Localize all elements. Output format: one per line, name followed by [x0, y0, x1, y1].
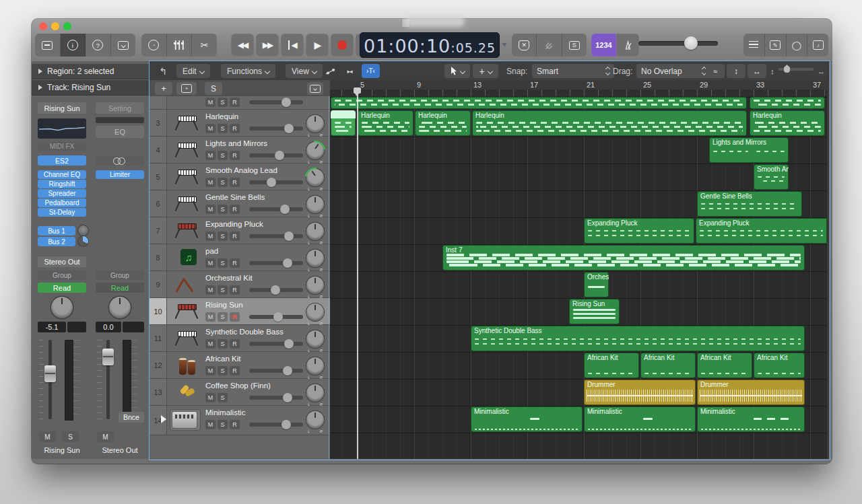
track-pan-knob[interactable]: LR	[306, 384, 324, 402]
track-name[interactable]: Lights and Mirrors	[205, 139, 267, 147]
quick-help-button[interactable]: ?	[86, 34, 111, 57]
mute-button[interactable]: M	[205, 205, 216, 214]
solo-button[interactable]: S	[218, 205, 228, 214]
solo-button[interactable]: S	[218, 151, 228, 160]
drummer-region[interactable]: Drummer	[584, 380, 696, 405]
volume-thumb[interactable]	[284, 124, 294, 133]
record-enable-button[interactable]: R	[230, 258, 240, 268]
fader-cap[interactable]	[44, 365, 56, 382]
pointer-tool-menu[interactable]	[444, 64, 470, 78]
track-volume-slider[interactable]	[249, 180, 303, 184]
solo-button[interactable]: S	[218, 178, 228, 187]
mute-button[interactable]: M	[205, 178, 216, 187]
midi-region[interactable]: Minimalistic	[471, 406, 583, 432]
solo-button[interactable]: S	[218, 312, 228, 322]
track-pan-knob[interactable]: LR	[306, 223, 324, 240]
zoom-window-button[interactable]	[63, 22, 71, 30]
midi-region[interactable]: Harlequin	[415, 110, 471, 136]
audio-fx-slot[interactable]: Ringshift	[38, 180, 86, 188]
track-pan-knob[interactable]: LR	[306, 196, 324, 213]
track-name[interactable]: Smooth Analog Lead	[205, 166, 277, 174]
vertical-scrollbar[interactable]	[827, 61, 829, 459]
midi-region[interactable]: Expanding Pluck	[584, 218, 694, 244]
output-slot[interactable]: Stereo Out	[38, 256, 86, 267]
global-solo-button[interactable]: S	[205, 82, 222, 95]
record-enable-button[interactable]: R	[230, 178, 240, 187]
vertical-zoom-slider[interactable]	[778, 68, 814, 71]
track-pan-knob[interactable]: LR	[306, 303, 324, 321]
smart-controls-button[interactable]	[111, 34, 136, 57]
volume-thumb[interactable]	[281, 420, 291, 429]
volume-thumb[interactable]	[284, 339, 294, 349]
track-pan-knob[interactable]: LR	[306, 115, 324, 133]
track-header-selected[interactable]: 10 Rising Sun MSR LR	[150, 298, 330, 325]
audio-fx-slot[interactable]: Channel EQ	[38, 170, 86, 179]
volume-value[interactable]: -5.1	[38, 322, 66, 332]
solo-button[interactable]: S	[218, 124, 228, 133]
midi-region[interactable]: Synthetic Double Bass	[471, 326, 805, 351]
horizontal-auto-zoom-button[interactable]: ↔	[748, 64, 766, 78]
track-header[interactable]: 5 Smooth Analog Lead MSR LR	[150, 164, 330, 190]
track-header[interactable]: 13 Coffee Shop (Finn) MS LR	[150, 379, 330, 406]
midi-region[interactable]: African Kit	[697, 353, 752, 378]
media-browser-button[interactable]: ♪	[807, 34, 828, 57]
track-name[interactable]: Coffee Shop (Finn)	[205, 382, 271, 390]
track-header[interactable]: 4 Lights and Mirrors MSR LR	[150, 137, 330, 164]
solo-button[interactable]: S	[218, 366, 228, 375]
volume-thumb[interactable]	[267, 178, 276, 187]
list-editors-button[interactable]	[743, 34, 765, 57]
solo-mode-button[interactable]: S	[562, 34, 587, 57]
track-name[interactable]: Expanding Pluck	[205, 220, 263, 228]
mute-button[interactable]: M	[97, 431, 114, 442]
flex-button[interactable]: ▸◂	[341, 64, 358, 78]
edit-menu[interactable]: Edit	[176, 64, 210, 78]
record-enable-button[interactable]: R	[230, 366, 240, 375]
record-button[interactable]	[331, 34, 354, 57]
track-pan-knob[interactable]: LR	[306, 330, 324, 348]
editors-button[interactable]: ✂	[192, 34, 217, 57]
solo-button[interactable]: S	[62, 431, 79, 442]
mixer-button[interactable]	[167, 34, 193, 57]
loop-browser-button[interactable]: ◯	[787, 34, 808, 57]
record-enable-button[interactable]: R	[230, 231, 240, 241]
play-button[interactable]: ▶	[306, 34, 329, 57]
eq-thumbnail[interactable]	[38, 118, 86, 139]
play-icon[interactable]	[161, 415, 166, 423]
track-volume-slider[interactable]	[249, 396, 303, 400]
track-pan-knob[interactable]: LR	[306, 277, 324, 294]
forward-button[interactable]: ▶▶	[256, 34, 279, 57]
mute-button[interactable]: M	[205, 420, 216, 429]
track-header[interactable]: 14 Minimalistic MSR LR	[150, 406, 330, 435]
eq-button[interactable]: EQ	[96, 126, 144, 138]
solo-button[interactable]: S	[218, 393, 228, 402]
bounce-button[interactable]: Bnce	[119, 412, 144, 423]
solo-button[interactable]: S	[218, 420, 228, 429]
track-name[interactable]: Gentle Sine Bells	[205, 193, 265, 201]
record-enable-button[interactable]: R	[230, 312, 240, 322]
send-slot[interactable]: Bus 1	[38, 226, 75, 236]
audio-fx-slot[interactable]: Spreader	[38, 189, 86, 198]
playhead[interactable]	[357, 88, 358, 459]
mute-button[interactable]: M	[205, 151, 216, 160]
bar-ruler[interactable]: 5 9 13 17 21 25 29 33 37	[330, 80, 827, 96]
track-pan-knob[interactable]: LR	[306, 142, 324, 159]
group-slot[interactable]: Group	[96, 271, 144, 280]
track-name[interactable]: Minimalistic	[205, 408, 245, 417]
track-name[interactable]: pad	[205, 247, 218, 255]
midi-region[interactable]: Expanding Pluck	[696, 218, 827, 244]
midi-region[interactable]	[331, 97, 747, 109]
automation-mode-button[interactable]: Read	[38, 283, 86, 293]
track-pan-knob[interactable]: LR	[306, 250, 324, 267]
functions-menu[interactable]: Functions	[221, 64, 275, 78]
midi-region[interactable]: Orchest	[584, 272, 609, 297]
track-header[interactable]: 6 Gentle Sine Bells MSR LR	[150, 190, 330, 217]
automation-button[interactable]	[322, 64, 339, 78]
volume-value[interactable]: 0.0	[96, 322, 121, 332]
master-volume-slider[interactable]	[638, 41, 718, 46]
mute-button[interactable]: M	[39, 431, 56, 442]
toolbar-dial-button[interactable]: ◔	[141, 34, 167, 57]
mute-button[interactable]: M	[205, 393, 216, 402]
volume-thumb[interactable]	[283, 393, 292, 402]
command-tool-menu[interactable]: +	[473, 64, 498, 78]
arrange-area[interactable]: Harlequin Harlequin Harlequin Harlequin …	[330, 96, 827, 459]
